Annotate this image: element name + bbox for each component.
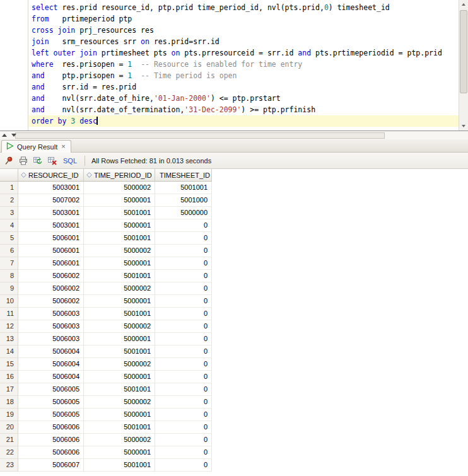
data-cell[interactable]: 0 <box>155 320 212 333</box>
data-cell[interactable]: 0 <box>155 257 212 270</box>
row-number-cell[interactable]: 5 <box>0 232 18 245</box>
sql-editor[interactable]: select res.prid resource_id, ptp.prid ti… <box>0 0 468 131</box>
data-cell[interactable]: 5000001 <box>84 446 155 459</box>
data-cell[interactable]: 5006001 <box>18 257 84 270</box>
data-cell[interactable]: 5006006 <box>18 446 84 459</box>
data-cell[interactable]: 0 <box>155 371 212 383</box>
row-number-cell[interactable]: 15 <box>0 358 18 371</box>
table-row[interactable]: 16500600450000010 <box>0 371 468 383</box>
data-cell[interactable]: 5006001 <box>18 232 84 245</box>
table-row[interactable]: 17500600550010010 <box>0 383 468 396</box>
row-number-cell[interactable]: 21 <box>0 434 18 446</box>
data-cell[interactable]: 5000002 <box>84 282 155 295</box>
code-line[interactable]: select res.prid resource_id, ptp.prid ti… <box>29 2 459 13</box>
data-cell[interactable]: 5001001 <box>84 421 155 434</box>
data-cell[interactable]: 5001001 <box>84 232 155 245</box>
data-cell[interactable]: 5003001 <box>18 182 84 194</box>
data-cell[interactable]: 0 <box>155 333 212 345</box>
row-number-cell[interactable]: 9 <box>0 282 18 295</box>
row-number-cell[interactable]: 10 <box>0 295 18 308</box>
data-cell[interactable]: 5000002 <box>84 320 155 333</box>
row-number-cell[interactable]: 20 <box>0 421 18 434</box>
table-row[interactable]: 10500600250000010 <box>0 295 468 308</box>
data-cell[interactable]: 5006005 <box>18 396 84 409</box>
data-cell[interactable]: 5006003 <box>18 333 84 345</box>
data-cell[interactable]: 5006004 <box>18 358 84 371</box>
table-row[interactable]: 19500600550000010 <box>0 409 468 421</box>
row-number-cell[interactable]: 6 <box>0 245 18 257</box>
data-cell[interactable]: 5000001 <box>84 409 155 421</box>
table-row[interactable]: 4500300150000010 <box>0 219 468 232</box>
scroll-thumb[interactable] <box>460 10 467 93</box>
data-cell[interactable]: 5006005 <box>18 409 84 421</box>
table-row[interactable]: 2500700250000015001000 <box>0 194 468 207</box>
data-cell[interactable]: 5000001 <box>84 295 155 308</box>
table-row[interactable]: 1500300150000025001001 <box>0 182 468 194</box>
table-row[interactable]: 6500600150000020 <box>0 245 468 257</box>
data-cell[interactable]: 5001001 <box>84 459 155 472</box>
table-row[interactable]: 18500600550000020 <box>0 396 468 409</box>
data-cell[interactable]: 5000002 <box>84 434 155 446</box>
data-cell[interactable]: 0 <box>155 446 212 459</box>
tab-query-result[interactable]: Query Result × <box>1 140 71 153</box>
data-cell[interactable]: 5003001 <box>18 219 84 232</box>
data-cell[interactable]: 0 <box>155 219 212 232</box>
row-number-cell[interactable]: 8 <box>0 270 18 282</box>
table-row[interactable]: 22500600650000010 <box>0 446 468 459</box>
editor-vscrollbar[interactable] <box>459 0 468 131</box>
data-cell[interactable]: 5006004 <box>18 345 84 358</box>
data-cell[interactable]: 0 <box>155 383 212 396</box>
data-cell[interactable]: 0 <box>155 295 212 308</box>
editor-results-splitter[interactable] <box>0 131 468 139</box>
code-line[interactable]: join srm_resources srr on res.prid=srr.i… <box>29 36 459 47</box>
data-cell[interactable]: 5006003 <box>18 308 84 320</box>
table-row[interactable]: 12500600350000020 <box>0 320 468 333</box>
row-number-cell[interactable]: 14 <box>0 345 18 358</box>
code-line[interactable]: cross join prj_resources res <box>29 25 459 36</box>
data-cell[interactable]: 5006002 <box>18 270 84 282</box>
printer-icon[interactable] <box>18 156 28 166</box>
data-cell[interactable]: 5000000 <box>155 207 212 219</box>
row-number-cell[interactable]: 16 <box>0 371 18 383</box>
data-cell[interactable]: 0 <box>155 421 212 434</box>
data-cell[interactable]: 0 <box>155 308 212 320</box>
data-cell[interactable]: 5000001 <box>84 194 155 207</box>
data-cell[interactable]: 5006005 <box>18 383 84 396</box>
table-row[interactable]: 8500600250010010 <box>0 270 468 282</box>
data-cell[interactable]: 5000001 <box>84 333 155 345</box>
data-cell[interactable]: 5000002 <box>84 245 155 257</box>
tab-close-icon[interactable]: × <box>61 143 66 150</box>
table-row[interactable]: 23500600750010010 <box>0 459 468 472</box>
row-number-cell[interactable]: 1 <box>0 182 18 194</box>
data-cell[interactable]: 5000002 <box>84 182 155 194</box>
data-cell[interactable]: 5000001 <box>84 219 155 232</box>
data-cell[interactable]: 5000001 <box>84 257 155 270</box>
table-row[interactable]: 14500600450010010 <box>0 345 468 358</box>
data-cell[interactable]: 5003001 <box>18 207 84 219</box>
column-header-time_period_id[interactable]: TIME_PERIOD_ID <box>84 169 155 182</box>
row-number-cell[interactable]: 13 <box>0 333 18 345</box>
hscroll-thumb[interactable] <box>15 132 385 139</box>
row-number-cell[interactable]: 3 <box>0 207 18 219</box>
table-row[interactable]: 15500600450000020 <box>0 358 468 371</box>
table-row[interactable]: 7500600150000010 <box>0 257 468 270</box>
table-row[interactable]: 9500600250000020 <box>0 282 468 295</box>
column-header-timesheet_id[interactable]: TIMESHEET_ID <box>155 169 212 182</box>
code-line[interactable]: and nvl(srr.date_of_hire,'01-Jan-2000') … <box>29 93 459 104</box>
data-cell[interactable]: 5000002 <box>84 396 155 409</box>
data-cell[interactable]: 5001001 <box>84 207 155 219</box>
data-cell[interactable]: 0 <box>155 282 212 295</box>
data-cell[interactable]: 5001001 <box>84 383 155 396</box>
data-cell[interactable]: 5006002 <box>18 282 84 295</box>
data-cell[interactable]: 5001001 <box>84 308 155 320</box>
row-number-cell[interactable]: 7 <box>0 257 18 270</box>
corner-cell[interactable] <box>0 169 18 182</box>
row-number-cell[interactable]: 18 <box>0 396 18 409</box>
row-number-cell[interactable]: 11 <box>0 308 18 320</box>
data-cell[interactable]: 0 <box>155 459 212 472</box>
code-line[interactable]: where res.prisopen = 1 -- Resource is en… <box>29 59 459 70</box>
data-cell[interactable]: 0 <box>155 434 212 446</box>
grid-refresh-icon[interactable] <box>33 156 43 166</box>
row-number-cell[interactable]: 19 <box>0 409 18 421</box>
code-line[interactable]: from prtimeperiod ptp <box>29 13 459 25</box>
